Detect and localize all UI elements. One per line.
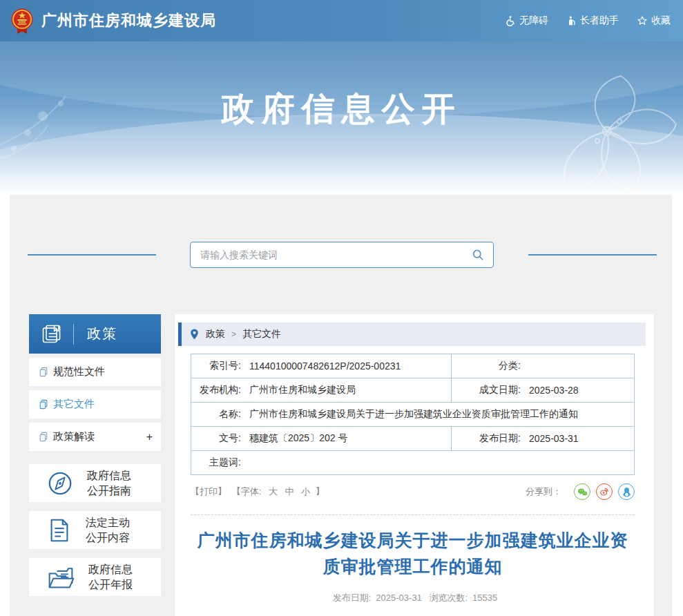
breadcrumb-current[interactable]: 其它文件 — [242, 328, 281, 340]
location-pin-icon — [190, 329, 199, 340]
sidebar-item-normative-docs[interactable]: 规范性文件 — [29, 358, 161, 386]
favorite-label: 收藏 — [651, 15, 671, 27]
category-label: 分类: — [452, 360, 521, 372]
sidebar-card-label: 政府信息 公开指南 — [87, 468, 131, 499]
font-size-small-button[interactable]: 小 — [301, 486, 310, 497]
site-brand[interactable]: 广州市住房和城乡建设局 — [9, 7, 216, 35]
publish-date-label: 发布日期: — [452, 432, 521, 445]
banner-title: 政府信息公开 — [0, 87, 683, 131]
wechat-icon — [577, 488, 588, 497]
index-value: 11440100007482612P/2025-00231 — [249, 360, 401, 372]
search-icon — [471, 248, 485, 262]
doc-no-cell: 文号: 穗建筑〔2025〕202 号 — [191, 427, 451, 450]
agency-cell: 发布机构: 广州市住房和城乡建设局 — [191, 378, 451, 402]
category-cell: 分类: — [451, 354, 634, 378]
weibo-icon — [599, 487, 609, 497]
font-size-suffix: 】 — [316, 486, 325, 497]
elder-helper-label: 长者助手 — [580, 15, 619, 27]
file-icon — [39, 399, 48, 410]
index-cell: 索引号: 11440100007482612P/2025-00231 — [191, 354, 451, 378]
share-controls: 分享到： — [526, 483, 635, 500]
written-date-label: 成文日期: — [452, 384, 521, 396]
sidebar-header-policy[interactable]: 政策 — [29, 314, 161, 354]
share-weibo-button[interactable] — [596, 483, 613, 500]
share-label: 分享到： — [526, 485, 561, 498]
name-cell: 名称: 广州市住房和城乡建设局关于进一步加强建筑业企业资质审批管理工作的通知 — [191, 403, 634, 426]
article-meta: 发布日期:2025-03-31 浏览次数:15535 — [191, 592, 635, 604]
table-row: 发布机构: 广州市住房和城乡建设局 成文日期: 2025-03-28 — [191, 378, 634, 403]
keywords-cell: 主题词: — [191, 451, 634, 474]
label-line2: 公开年报 — [88, 579, 133, 590]
document-meta-table: 索引号: 11440100007482612P/2025-00231 分类: 发… — [191, 354, 635, 475]
sidebar: 政策 规范性文件 其它文件 — [29, 314, 161, 596]
sidebar-item-other-docs[interactable]: 其它文件 — [29, 390, 161, 418]
print-button[interactable]: 【打印】 — [191, 486, 227, 497]
table-row: 文号: 穗建筑〔2025〕202 号 发布日期: 2025-03-31 — [191, 427, 634, 451]
article-views-count: 15535 — [472, 593, 497, 603]
topbar-links: 无障碍 长者助手 收藏 — [487, 15, 671, 27]
content-card: 政策 规范性文件 其它文件 — [10, 195, 672, 616]
label-line1: 政府信息 — [87, 470, 131, 481]
table-row: 主题词: — [191, 451, 634, 474]
font-size-medium-button[interactable]: 中 — [285, 486, 294, 497]
accessibility-label: 无障碍 — [519, 15, 548, 27]
sidebar-card-label: 政府信息 公开年报 — [88, 562, 133, 593]
national-emblem-logo — [9, 7, 35, 35]
font-size-prefix: 【字体: — [232, 486, 262, 497]
table-row: 索引号: 11440100007482612P/2025-00231 分类: — [191, 354, 634, 378]
document-icon — [47, 517, 72, 543]
sidebar-item-label: 政策解读 — [53, 430, 95, 443]
sidebar-card-label: 法定主动 公开内容 — [86, 515, 130, 546]
elder-helper-link[interactable]: 长者助手 — [566, 15, 619, 27]
compass-icon — [47, 470, 73, 497]
site-header: 广州市住房和城乡建设局 无障碍 长者助手 — [0, 0, 683, 41]
wheelchair-icon — [505, 15, 516, 26]
label-line1: 法定主动 — [86, 517, 130, 528]
doc-no-value: 穗建筑〔2025〕202 号 — [249, 432, 347, 445]
font-size-large-button[interactable]: 大 — [269, 486, 278, 497]
label-line1: 政府信息 — [88, 564, 133, 575]
file-icon — [39, 367, 48, 377]
name-label: 名称: — [191, 408, 241, 421]
sidebar-item-label: 其它文件 — [53, 398, 95, 411]
table-row: 名称: 广州市住房和城乡建设局关于进一步加强建筑业企业资质审批管理工作的通知 — [191, 403, 634, 427]
publish-date-value: 2025-03-31 — [529, 433, 579, 444]
written-date-value: 2025-03-28 — [529, 385, 579, 396]
sidebar-card-statutory-disclosure[interactable]: 法定主动 公开内容 — [29, 511, 161, 549]
article-title: 广州市住房和城乡建设局关于进一步加强建筑业企业资质审批管理工作的通知 — [191, 527, 635, 579]
sidebar-card-annual-report[interactable]: 政府信息 公开年报 — [29, 558, 161, 596]
name-value: 广州市住房和城乡建设局关于进一步加强建筑业企业资质审批管理工作的通知 — [249, 408, 578, 421]
page: 广州市住房和城乡建设局 无障碍 长者助手 — [0, 0, 683, 616]
sidebar-title: 政策 — [87, 325, 117, 343]
accessibility-link[interactable]: 无障碍 — [505, 15, 548, 27]
article-toolbar: 【打印】 【字体: 大 中 小 】 分享到： — [191, 483, 635, 500]
breadcrumb-separator: > — [231, 329, 236, 339]
sidebar-card-info-guide[interactable]: 政府信息 公开指南 — [29, 464, 161, 502]
label-line2: 公开内容 — [86, 532, 130, 543]
article-publish-date: 2025-03-31 — [376, 593, 422, 603]
publish-date-cell: 发布日期: 2025-03-31 — [451, 427, 634, 450]
divider — [73, 324, 74, 345]
folder-icon — [47, 564, 75, 590]
label-line2: 公开指南 — [87, 485, 131, 497]
favorite-link[interactable]: 收藏 — [637, 15, 671, 27]
agency-label: 发布机构: — [191, 384, 241, 396]
written-date-cell: 成文日期: 2025-03-28 — [451, 378, 634, 402]
decor-line-left — [28, 254, 156, 256]
search-box — [190, 242, 494, 268]
share-wechat-button[interactable] — [574, 483, 590, 500]
search-input[interactable] — [191, 242, 463, 267]
site-title: 广州市住房和城乡建设局 — [41, 10, 216, 31]
search-button[interactable] — [463, 242, 493, 267]
doc-no-label: 文号: — [191, 432, 241, 445]
index-label: 索引号: — [191, 360, 241, 372]
expand-plus-icon[interactable]: + — [146, 431, 153, 443]
file-icon — [39, 432, 48, 442]
article-views-label: 浏览次数: — [429, 593, 468, 603]
article-publish-label: 发布日期: — [333, 593, 372, 603]
breadcrumb-root[interactable]: 政策 — [206, 328, 225, 340]
share-qq-button[interactable] — [618, 483, 635, 500]
star-icon — [637, 15, 648, 26]
book-icon — [41, 323, 63, 345]
sidebar-item-policy-interpretation[interactable]: 政策解读 + — [29, 423, 161, 451]
